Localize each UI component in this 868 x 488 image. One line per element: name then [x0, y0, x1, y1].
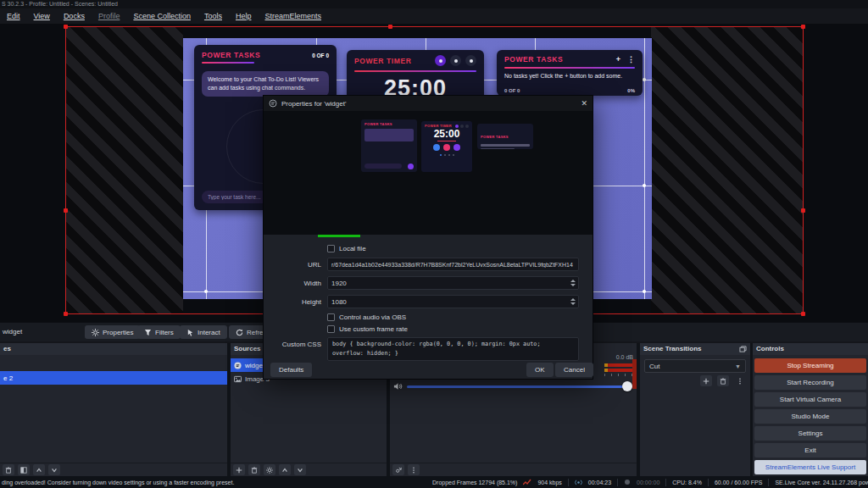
move-scene-up-button[interactable] [33, 464, 45, 475]
interact-button[interactable]: Interact [180, 325, 227, 339]
scene-filters-button[interactable] [18, 464, 30, 475]
stop-streaming-button[interactable]: Stop Streaming [754, 358, 866, 373]
scene-list-item[interactable]: e 2 [0, 371, 227, 385]
stream-time: 00:04:23 [588, 480, 611, 485]
task-counter: 0 OF 0 [504, 88, 520, 93]
transition-menu-button[interactable] [734, 375, 746, 386]
properties-button[interactable]: Properties [85, 325, 140, 339]
volume-db-label: 0.0 dB [616, 354, 633, 360]
obs-window: S 30.2.3 - Profile: Untitled - Scenes: U… [0, 0, 868, 488]
refresh-icon [236, 329, 243, 336]
menu-view[interactable]: View [27, 12, 57, 20]
menu-scene-collection[interactable]: Scene Collection [126, 12, 198, 20]
controls-panel-title: Controls [756, 343, 784, 355]
widget-title: POWER TASKS [202, 51, 260, 59]
source-properties-button[interactable] [264, 464, 275, 475]
width-spinner[interactable] [569, 277, 577, 289]
dock-icon[interactable] [739, 346, 747, 352]
mixer-menu-button[interactable] [408, 464, 420, 475]
sources-toolbar [231, 463, 387, 476]
menu-streamelements[interactable]: StreamElements [258, 12, 328, 20]
volume-slider[interactable] [407, 385, 632, 388]
height-spinner[interactable] [569, 296, 577, 308]
transform-handle[interactable] [801, 25, 805, 29]
transform-handle[interactable] [64, 312, 68, 316]
start-recording-button[interactable]: Start Recording [754, 375, 866, 390]
trash-icon [720, 378, 726, 385]
dialog-titlebar[interactable]: Properties for 'widget' ✕ [264, 96, 593, 111]
studio-mode-button[interactable]: Studio Mode [754, 409, 866, 424]
add-icon[interactable]: + [616, 55, 620, 64]
plus-icon [236, 467, 242, 474]
cancel-button[interactable]: Cancel [555, 363, 593, 377]
panel-icon [20, 467, 27, 474]
preview-timer-card: POWER TIMER 25:00 [421, 121, 472, 172]
custom-fps-checkbox-row[interactable]: Use custom frame rate [327, 325, 408, 333]
add-source-button[interactable] [233, 464, 245, 475]
dropped-frames: Dropped Frames 12794 (85.1%) [432, 480, 517, 485]
widget-title: POWER TIMER [354, 57, 412, 65]
interact-label: Interact [198, 329, 220, 336]
record-time: 00:00:00 [637, 480, 659, 485]
gear-icon [92, 329, 99, 336]
remove-scene-button[interactable] [3, 464, 14, 475]
transform-handle[interactable] [64, 25, 68, 29]
remove-source-button[interactable] [248, 464, 260, 475]
timer-settings-icon[interactable] [465, 55, 476, 66]
kebab-menu-icon[interactable]: ⋮ [627, 55, 635, 64]
empty-tasks-message: No tasks yet! Click the + button to add … [497, 69, 643, 79]
start-virtual-camera-button[interactable]: Start Virtual Camera [754, 392, 866, 407]
out-of-canvas-stripes-right [651, 27, 803, 313]
menu-tools[interactable]: Tools [198, 12, 229, 20]
properties-label: Properties [103, 329, 133, 336]
remove-transition-button[interactable] [717, 375, 729, 386]
move-source-up-button[interactable] [279, 464, 291, 475]
transform-handle[interactable] [801, 312, 805, 316]
move-scene-down-button[interactable] [48, 464, 60, 475]
transform-handle[interactable] [64, 208, 68, 213]
menu-edit[interactable]: Edit [0, 12, 27, 20]
loading-progress-bar [318, 235, 360, 237]
menu-profile[interactable]: Profile [92, 12, 127, 20]
control-audio-checkbox-row[interactable]: Control audio via OBS [327, 313, 406, 321]
move-source-down-button[interactable] [294, 464, 306, 475]
settings-button[interactable]: Settings [754, 426, 866, 441]
preview-title: POWER TASKS [364, 122, 392, 126]
task-counter: 0 OF 0 [312, 53, 329, 58]
custom-css-label: Custom CSS [272, 341, 321, 348]
scene-name: e 2 [3, 374, 13, 382]
defaults-button[interactable]: Defaults [270, 363, 312, 377]
local-file-checkbox-row[interactable]: Local file [327, 245, 366, 252]
checkbox-icon[interactable] [327, 325, 335, 333]
add-transition-button[interactable] [700, 375, 712, 386]
url-input[interactable] [327, 258, 579, 271]
title-underline [354, 70, 476, 72]
transition-select[interactable]: Cut ▼ [644, 359, 746, 373]
dialog-title: Properties for 'widget' [281, 100, 346, 108]
timer-reset-icon[interactable] [450, 55, 461, 66]
checkbox-icon[interactable] [327, 245, 335, 252]
url-label: URL [272, 261, 321, 269]
close-icon[interactable]: ✕ [581, 99, 587, 108]
custom-fps-label: Use custom frame rate [339, 325, 408, 333]
volume-slider-handle[interactable] [622, 381, 632, 391]
sources-panel-title: Sources [234, 343, 261, 355]
checkbox-icon[interactable] [327, 313, 335, 321]
width-input[interactable] [327, 276, 579, 290]
advanced-audio-button[interactable] [392, 464, 404, 475]
transition-selected: Cut [649, 363, 659, 370]
menu-help[interactable]: Help [229, 12, 259, 20]
fps: 60.00 / 60.00 FPS [715, 480, 762, 485]
se-live-support-button[interactable]: StreamElements Live Support [754, 460, 866, 474]
timer-play-icon[interactable] [435, 55, 446, 66]
custom-css-input[interactable]: body { background-color: rgba(0, 0, 0, 0… [327, 337, 579, 361]
chevron-down-icon [51, 467, 58, 474]
transform-handle[interactable] [388, 25, 392, 29]
menu-docks[interactable]: Docks [57, 12, 92, 20]
filters-button[interactable]: Filters [137, 325, 181, 339]
gear-arrow-icon [395, 467, 402, 474]
exit-button[interactable]: Exit [754, 443, 866, 458]
height-input[interactable] [327, 295, 579, 308]
transform-handle[interactable] [801, 208, 805, 213]
ok-button[interactable]: OK [526, 363, 554, 377]
